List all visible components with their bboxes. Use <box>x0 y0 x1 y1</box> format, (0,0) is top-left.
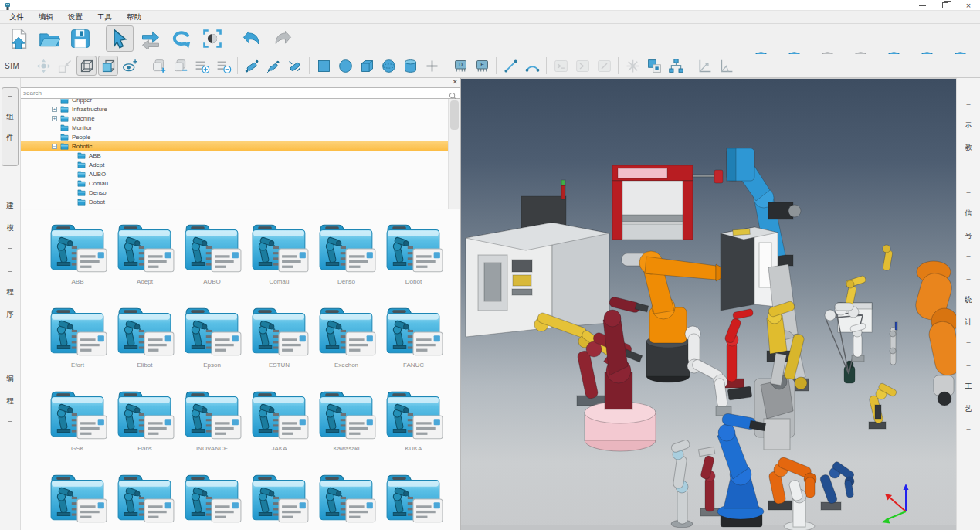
console-edit-button[interactable] <box>594 56 614 76</box>
tab-programming[interactable]: –编程– <box>2 350 19 429</box>
folder-kawasaki[interactable]: Kawasaki <box>313 386 380 470</box>
tree-item-machine[interactable]: +Machine <box>21 114 448 123</box>
console-run-button[interactable] <box>551 56 571 76</box>
new-view-button[interactable] <box>120 56 140 76</box>
primitive-ellipsoid-button[interactable] <box>378 56 398 76</box>
move-gizmo-button[interactable] <box>33 56 53 76</box>
expander-minus-icon[interactable]: − <box>52 144 57 149</box>
undo-button[interactable] <box>238 25 266 52</box>
wireframe-view-button[interactable] <box>76 56 97 76</box>
probe-3-button[interactable] <box>285 56 305 76</box>
menu-item-3[interactable]: 工具 <box>93 12 117 23</box>
expander-plus-icon[interactable]: + <box>52 116 57 121</box>
tab-process[interactable]: –工艺– <box>958 358 978 437</box>
menu-item-0[interactable]: 文件 <box>5 12 29 23</box>
menu-item-1[interactable]: 编辑 <box>34 12 58 23</box>
tree-item-dobot[interactable]: Dobot <box>21 197 448 206</box>
fit-view-button[interactable] <box>198 25 226 52</box>
folder-inovance[interactable]: INOVANCE <box>178 386 246 470</box>
tab-modeling[interactable]: –建模– <box>2 177 19 256</box>
folder-gsk[interactable]: GSK <box>44 386 111 470</box>
folder-item[interactable] <box>44 470 111 530</box>
tree-item-adept[interactable]: Adept <box>21 160 448 169</box>
folder-efort[interactable]: Efort <box>44 303 111 386</box>
tree-item-infrastructure[interactable]: +Infrastructure <box>21 104 448 114</box>
tree-item-robotic[interactable]: −Robotic <box>21 141 448 151</box>
folder-epson[interactable]: Epson <box>178 303 246 386</box>
probe-1-button[interactable] <box>242 56 262 76</box>
folder-elibot[interactable]: Elibot <box>111 303 178 386</box>
chip-d-button[interactable]: D <box>450 56 470 76</box>
folder-item[interactable] <box>178 470 246 530</box>
tree-item-gripper[interactable]: Gripper <box>21 99 448 104</box>
minimize-button[interactable] <box>910 0 934 11</box>
tree-item-abb[interactable]: ABB <box>21 151 448 160</box>
maximize-button[interactable] <box>934 0 957 11</box>
tab-components[interactable]: –组件– <box>2 87 19 166</box>
primitive-sphere-button[interactable] <box>335 56 355 76</box>
folder-denso[interactable]: Denso <box>313 219 380 303</box>
trace-line-button[interactable] <box>500 56 521 76</box>
open-file-button[interactable] <box>36 25 63 52</box>
folder-exechon[interactable]: Exechon <box>313 303 380 386</box>
translate-button[interactable] <box>137 25 164 52</box>
folder-item[interactable] <box>246 470 313 530</box>
search-input[interactable] <box>21 88 460 98</box>
tree-item-comau[interactable]: Comau <box>21 178 448 188</box>
probe-2-button[interactable] <box>263 56 283 76</box>
folder-abb[interactable]: ABB <box>44 219 111 303</box>
expander-plus-icon[interactable]: + <box>52 107 57 112</box>
tab-statistics[interactable]: –统计– <box>958 271 978 350</box>
folder-kuka[interactable]: KUKA <box>380 386 447 470</box>
group-add-button[interactable] <box>148 56 168 76</box>
menu-item-2[interactable]: 设置 <box>63 12 87 23</box>
tab-teach[interactable]: –示教– <box>958 97 978 175</box>
folder-label: Exechon <box>334 362 358 369</box>
primitive-box-button[interactable] <box>357 56 377 76</box>
chip-f-button[interactable]: F <box>472 56 492 76</box>
snowflake-button[interactable] <box>622 56 643 76</box>
folder-item[interactable] <box>111 470 178 530</box>
tab-program[interactable]: –程序– <box>2 263 19 342</box>
menu-item-4[interactable]: 帮助 <box>122 12 146 23</box>
primitive-cylinder-button[interactable] <box>400 56 420 76</box>
chart-axes-1-button[interactable] <box>694 56 714 76</box>
save-file-button[interactable] <box>66 25 94 52</box>
folder-hans[interactable]: Hans <box>111 386 178 470</box>
tree-item-monitor[interactable]: Monitor <box>21 123 448 132</box>
tree-item-aubo[interactable]: AUBO <box>21 169 448 178</box>
folder-adept[interactable]: Adept <box>111 219 178 303</box>
trace-arc-button[interactable] <box>522 56 542 76</box>
console-step-button[interactable] <box>572 56 592 76</box>
tab-signal[interactable]: –信号– <box>958 185 978 263</box>
panel-close-icon[interactable]: ✕ <box>452 78 458 87</box>
scale-object-button[interactable] <box>55 56 75 76</box>
folder-fanuc[interactable]: FANUC <box>380 303 447 386</box>
shaded-view-button[interactable] <box>98 56 118 76</box>
folder-item[interactable] <box>313 470 380 530</box>
primitive-point-button[interactable] <box>422 56 442 76</box>
hierarchy-button[interactable] <box>666 56 686 76</box>
rotate-view-button[interactable] <box>168 25 195 52</box>
list-remove-button[interactable] <box>213 56 233 76</box>
folder-aubo[interactable]: AUBO <box>178 219 246 303</box>
folder-jaka[interactable]: JAKA <box>246 386 313 470</box>
redo-button[interactable] <box>269 25 297 52</box>
folder-estun[interactable]: ESTUN <box>246 303 313 386</box>
tree-item-denso[interactable]: Denso <box>21 188 448 197</box>
folder-item[interactable] <box>380 470 447 530</box>
viewport-3d[interactable] <box>461 78 956 530</box>
tree-scrollbar[interactable] <box>448 99 460 209</box>
layers-swap-button[interactable] <box>644 56 664 76</box>
close-button[interactable]: × <box>957 0 980 11</box>
folder-dobot[interactable]: Dobot <box>380 219 447 303</box>
chart-axes-2-button[interactable] <box>716 56 736 76</box>
new-file-button[interactable] <box>5 25 32 52</box>
trace-line-icon <box>503 58 519 74</box>
select-cursor-button[interactable] <box>106 25 134 52</box>
tree-item-people[interactable]: People <box>21 132 448 141</box>
primitive-plane-button[interactable] <box>314 56 334 76</box>
folder-comau[interactable]: Comau <box>246 219 313 303</box>
group-remove-button[interactable] <box>170 56 190 76</box>
list-add-button[interactable] <box>192 56 212 76</box>
